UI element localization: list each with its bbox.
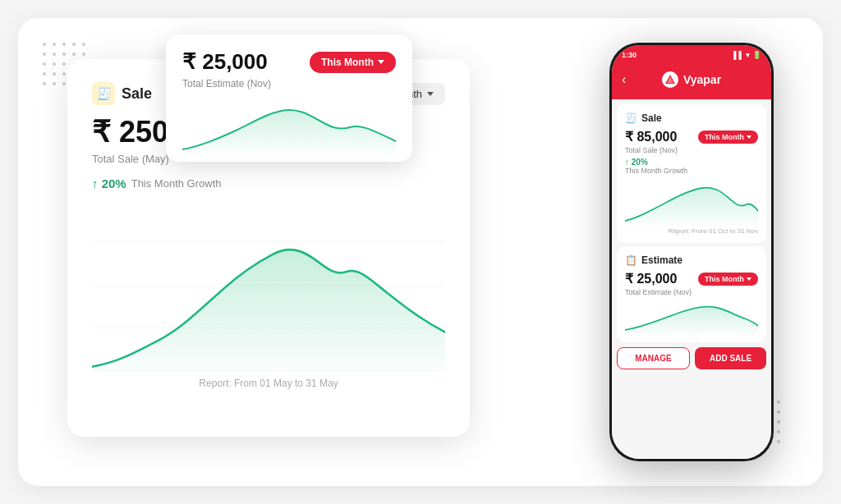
vyapar-title: Vyapar bbox=[683, 73, 721, 86]
phone-estimate-amount: ₹ 25,000 bbox=[625, 271, 677, 286]
phone-estimate-total-label: Total Estimate (Nov) bbox=[625, 288, 758, 296]
estimate-this-month-button[interactable]: This Month bbox=[310, 52, 396, 73]
phone-sale-chart bbox=[625, 180, 758, 225]
estimate-card: ₹ 25,000 This Month Total Estimate (Nov) bbox=[166, 34, 412, 162]
chevron-down-icon bbox=[427, 92, 434, 96]
chevron-down-icon bbox=[378, 60, 384, 64]
phone-sale-title: Sale bbox=[641, 112, 662, 124]
add-sale-button[interactable]: ADD SALE bbox=[695, 347, 766, 369]
estimate-label: Total Estimate (Nov) bbox=[182, 78, 396, 89]
desktop-report-label: Report: From 01 May to 31 May bbox=[92, 378, 445, 389]
desktop-chart-area bbox=[92, 207, 445, 371]
card-title-row: 🧾 Sale bbox=[92, 82, 152, 105]
chevron-down-icon bbox=[747, 277, 751, 281]
phone-sale-month-button[interactable]: This Month bbox=[698, 131, 758, 144]
phone-estimate-title-row: 📋 Estimate bbox=[625, 254, 758, 266]
estimate-amount-value: ₹ 25,000 bbox=[182, 49, 268, 75]
back-icon[interactable]: ‹ bbox=[622, 72, 626, 87]
vyapar-icon bbox=[662, 71, 678, 88]
phone-sale-amount: ₹ 85,000 bbox=[625, 129, 677, 144]
desktop-card-title: Sale bbox=[122, 85, 152, 103]
estimate-chart bbox=[182, 96, 396, 153]
growth-label: This Month Growth bbox=[131, 177, 222, 190]
main-container: 🧾 Sale This Month ₹ 25000.00 Total Sale … bbox=[18, 18, 823, 486]
phone-sale-total-label: Total Sale (Nov) bbox=[625, 146, 758, 154]
phone-signal-icons: ▌▌ ▾ 🔋 bbox=[733, 51, 761, 59]
manage-button[interactable]: MANAGE bbox=[617, 347, 690, 369]
vyapar-logo: Vyapar bbox=[662, 71, 721, 88]
growth-badge: ↑ 20% bbox=[92, 176, 126, 190]
phone-inner: 1:30 ▌▌ ▾ 🔋 ‹ Vyapar bbox=[612, 45, 771, 459]
phone-sale-amount-row: ₹ 85,000 This Month bbox=[625, 129, 758, 144]
growth-row: ↑ 20% This Month Growth bbox=[92, 176, 445, 190]
phone-sale-report-label: Report: From 01 Oct to 31 Nov bbox=[625, 227, 758, 235]
phone-estimate-section: 📋 Estimate ₹ 25,000 This Month Total Est… bbox=[617, 246, 766, 342]
phone-estimate-chart bbox=[625, 301, 758, 334]
estimate-amount-row: ₹ 25,000 This Month bbox=[182, 49, 396, 75]
phone-estimate-title: Estimate bbox=[641, 254, 682, 266]
phone-header: ‹ Vyapar bbox=[612, 65, 771, 99]
phone-sale-section: 🧾 Sale ₹ 85,000 This Month Total Sale (N… bbox=[617, 104, 766, 243]
phone-estimate-amount-row: ₹ 25,000 This Month bbox=[625, 271, 758, 286]
phone-sale-growth: ↑ 20% bbox=[625, 158, 758, 167]
chevron-down-icon bbox=[747, 135, 751, 139]
phone-sale-icon: 🧾 bbox=[625, 112, 637, 124]
phone-status-bar: 1:30 ▌▌ ▾ 🔋 bbox=[612, 45, 771, 65]
phone-mockup: 1:30 ▌▌ ▾ 🔋 ‹ Vyapar bbox=[609, 43, 774, 461]
phone-content: 🧾 Sale ₹ 85,000 This Month Total Sale (N… bbox=[612, 99, 771, 459]
phone-sale-growth-label: This Month Growth bbox=[625, 167, 758, 175]
phone-estimate-month-button[interactable]: This Month bbox=[698, 273, 758, 286]
phone-time: 1:30 bbox=[622, 51, 636, 59]
phone-bottom-buttons: MANAGE ADD SALE bbox=[617, 347, 766, 369]
phone-estimate-icon: 📋 bbox=[625, 254, 637, 266]
sale-icon: 🧾 bbox=[92, 82, 115, 105]
phone-sale-title-row: 🧾 Sale bbox=[625, 112, 758, 124]
